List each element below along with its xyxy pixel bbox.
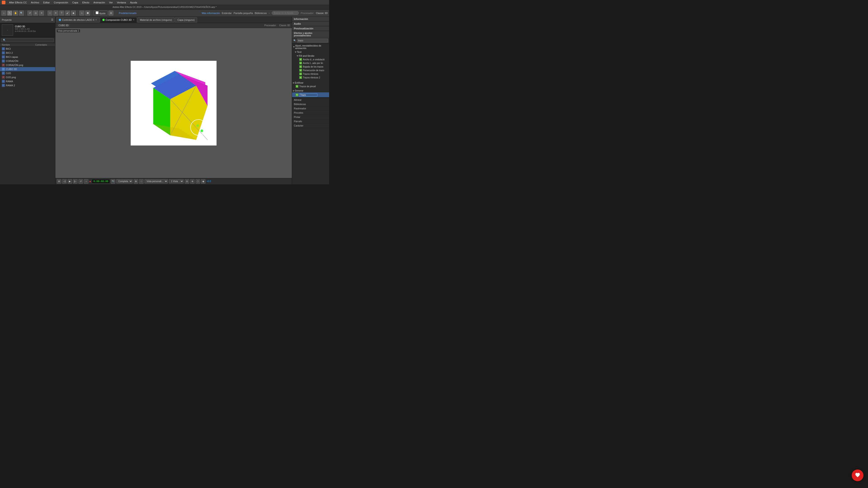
tab-close-comp[interactable]: ✕ bbox=[133, 19, 134, 21]
effect-trazo[interactable]: fx bbox=[292, 92, 329, 97]
anchor-tool[interactable]: ✕ bbox=[39, 11, 44, 15]
text-group-header[interactable]: Text bbox=[294, 51, 329, 54]
parrafo-item[interactable]: Párrafo bbox=[292, 119, 329, 124]
menu-composicion[interactable]: Composición bbox=[52, 1, 70, 4]
snap-tool[interactable]: ⊞ bbox=[108, 11, 114, 15]
camera-tool[interactable]: ◎ bbox=[33, 11, 38, 15]
rotate-tool[interactable]: ↺ bbox=[27, 11, 32, 15]
tab-composicion[interactable]: Composición CUBO 3D ✕ bbox=[100, 17, 137, 23]
bibliotecas-item[interactable]: Bibliotecas bbox=[292, 102, 329, 106]
file-item-rama2[interactable]: C RAMA 2 bbox=[0, 84, 55, 88]
file-item-corazon[interactable]: C CORAZÓN bbox=[0, 59, 55, 63]
file-item-bici2[interactable]: C BICI 2 bbox=[0, 51, 55, 55]
pantalla-pequeña-btn[interactable]: Pantalla pequeña bbox=[234, 12, 253, 14]
effect-trazos-ritmicos2[interactable]: fxTrazos rítmicos 2 bbox=[296, 76, 329, 79]
view-select[interactable]: Vista personali... bbox=[145, 179, 168, 184]
effect-persecucion-trazo[interactable]: fxPersecución de trazo bbox=[296, 68, 329, 72]
pinceles-item[interactable]: Pinceles bbox=[292, 111, 329, 115]
file-item-rama[interactable]: C RAMA bbox=[0, 79, 55, 84]
effects-header[interactable]: Efectos y ajustes preestablecidos bbox=[292, 31, 329, 38]
file-item-cubo3d[interactable]: C CUBO 3D bbox=[0, 67, 55, 71]
file-item-corazon-png[interactable]: P CORAZÓN.png bbox=[0, 63, 55, 67]
main-layout: Proyecto ☰ ▪ CUBO 3D 500 x 500 (1,00) Δ … bbox=[0, 17, 329, 184]
text-group: Text Fill and Stroke fxAncho d...e ondul… bbox=[292, 50, 329, 80]
fill-stroke-header[interactable]: Fill and Stroke bbox=[296, 54, 329, 58]
animation-group-header[interactable]: Ajust..reestablecidos de animación bbox=[292, 44, 329, 50]
view-options-btn[interactable]: ⊟ bbox=[185, 179, 189, 184]
quality-select[interactable]: Completa Mitad Tercio bbox=[116, 179, 133, 184]
menu-efecto[interactable]: Efecto bbox=[81, 1, 91, 4]
generar-header[interactable]: Generar bbox=[292, 89, 329, 92]
trazo-input[interactable] bbox=[299, 93, 317, 97]
next-frame-btn[interactable]: |▷ bbox=[73, 179, 78, 184]
file-item-ojo-png[interactable]: P OJO.png bbox=[0, 75, 55, 79]
menu-editar[interactable]: Editar bbox=[41, 1, 52, 4]
tab-capa[interactable]: Capa (ninguno) bbox=[175, 17, 197, 23]
tab-efectos[interactable]: Controles de efectos LADO 4 ✕ bbox=[56, 17, 99, 23]
pintar-item[interactable]: Pintar bbox=[292, 115, 329, 119]
menu-animacion[interactable]: Animación bbox=[92, 1, 107, 4]
file-item-bici[interactable]: C BICI bbox=[0, 47, 55, 51]
file-item-bici-capas[interactable]: C BICI capas bbox=[0, 55, 55, 59]
mas-info-link[interactable]: Más información bbox=[202, 12, 220, 14]
project-search-input[interactable] bbox=[1, 38, 54, 42]
comp-canvas: ⊕ bbox=[131, 61, 217, 145]
tab-material[interactable]: Material de archivo (ninguno) bbox=[137, 17, 175, 23]
panel-menu-btn[interactable]: ☰ bbox=[51, 18, 53, 21]
rect-tool[interactable]: □ bbox=[48, 11, 53, 15]
effect-trazos-pincel[interactable]: fxTrazos de pincel bbox=[292, 85, 329, 88]
menu-capa[interactable]: Capa bbox=[70, 1, 80, 4]
hand-tool[interactable]: ✋ bbox=[13, 11, 18, 15]
effect-bajada-trazos[interactable]: fxBajada de los trazos bbox=[296, 65, 329, 68]
zoom-tool[interactable]: 🔍 bbox=[19, 11, 24, 15]
menu-ventana[interactable]: Ventana bbox=[115, 1, 128, 4]
estandar-btn[interactable]: Estándar bbox=[222, 12, 232, 14]
file-name-cubo3d: CUBO 3D bbox=[6, 68, 17, 70]
snap-view-btn[interactable]: ⊕ bbox=[190, 179, 195, 184]
effects-search-input[interactable] bbox=[297, 39, 328, 42]
home-tool[interactable]: ⌂ bbox=[1, 11, 6, 15]
file-name-bici-capas: BICI capas bbox=[6, 56, 18, 58]
3d-view-btn[interactable]: ⬡ bbox=[195, 179, 200, 184]
camera-btn[interactable]: 📷 bbox=[111, 179, 115, 184]
shape-tool[interactable]: ⬟ bbox=[85, 11, 90, 15]
menu-after-effects[interactable]: After Effects CC bbox=[7, 1, 29, 4]
effect-ancho-trazado[interactable]: fxAncho t...ado por lin bbox=[296, 61, 329, 65]
info-header[interactable]: Información bbox=[292, 17, 329, 21]
brush-tool[interactable]: 🖌 bbox=[65, 11, 70, 15]
play-btn[interactable]: ▶ bbox=[68, 179, 72, 184]
mask-btn[interactable]: □ bbox=[139, 179, 144, 184]
caracter-item[interactable]: Carácter bbox=[292, 124, 329, 128]
menu-ver[interactable]: Ver bbox=[107, 1, 115, 4]
pen-tool[interactable]: ✒ bbox=[53, 11, 58, 15]
clear-search-icon[interactable]: ✕ bbox=[329, 39, 329, 42]
grid-btn[interactable]: ⊞ bbox=[133, 179, 138, 184]
loop-btn[interactable]: ↺ bbox=[79, 179, 83, 184]
menu-ayuda[interactable]: Ayuda bbox=[128, 1, 139, 4]
rastreador-item[interactable]: Rastreador bbox=[292, 106, 329, 111]
display-btn[interactable]: ◉ bbox=[201, 179, 206, 184]
alinear-item[interactable]: Alinear bbox=[292, 98, 329, 102]
views-count-select[interactable]: 1 Vista 2 Vistas bbox=[169, 179, 184, 184]
screen-btn[interactable]: ⊞ bbox=[57, 179, 61, 184]
pin-tool[interactable]: ⌾ bbox=[79, 11, 84, 15]
toolbar-right: Más información Estándar Pantalla pequeñ… bbox=[202, 11, 328, 15]
effect-label-5: Trazos rítmicos bbox=[303, 73, 318, 75]
audio-header[interactable]: Audio bbox=[292, 22, 329, 26]
prev-frame-btn[interactable]: ◁| bbox=[62, 179, 67, 184]
tab-close-efectos[interactable]: ✕ bbox=[95, 19, 97, 21]
menu-archivo[interactable]: Archivo bbox=[29, 1, 41, 4]
estilizar-header[interactable]: Estilizar bbox=[292, 81, 329, 85]
effect-trazos-ritmicos[interactable]: fxTrazos rítmicos bbox=[296, 72, 329, 76]
text-tool[interactable]: T bbox=[59, 11, 64, 15]
effect-ancho-ondulacion[interactable]: fxAncho d...e ondulació bbox=[296, 58, 329, 61]
generar-label: Generar bbox=[295, 90, 303, 92]
select-tool[interactable]: ↖ bbox=[7, 11, 12, 15]
help-search-input[interactable] bbox=[272, 11, 299, 15]
diamond-tool[interactable]: ◆ bbox=[71, 11, 76, 15]
preview-header[interactable]: Previsualización bbox=[292, 26, 329, 31]
audio-btn[interactable]: ♪ bbox=[84, 179, 88, 184]
ajuste-checkbox[interactable]: Ajuste bbox=[94, 11, 107, 15]
bibliotecas-toolbar-btn[interactable]: Bibliotecas bbox=[255, 12, 267, 14]
file-item-ojo[interactable]: C OJO bbox=[0, 71, 55, 75]
